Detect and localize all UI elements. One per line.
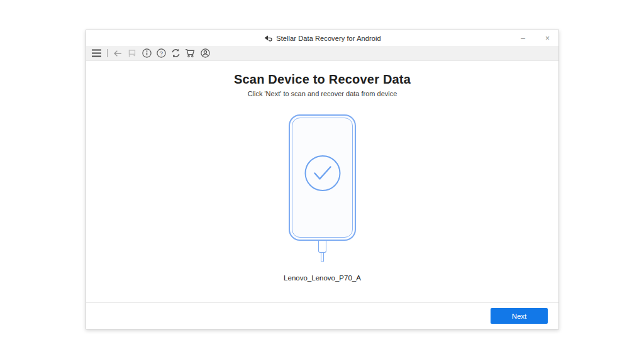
back-arrow-icon bbox=[113, 50, 122, 57]
account-icon bbox=[201, 48, 210, 58]
info-icon bbox=[142, 48, 152, 58]
account-button[interactable] bbox=[200, 48, 210, 59]
menu-button[interactable] bbox=[91, 48, 102, 59]
window-controls: – × bbox=[519, 30, 551, 46]
app-window: Stellar Data Recovery for Android – × bbox=[86, 30, 559, 329]
window-title: Stellar Data Recovery for Android bbox=[276, 35, 381, 42]
footer-bar: Next bbox=[86, 302, 558, 329]
cart-button[interactable] bbox=[185, 48, 196, 59]
help-button[interactable]: ? bbox=[156, 48, 166, 59]
refresh-icon bbox=[171, 48, 180, 58]
minimize-button[interactable]: – bbox=[519, 35, 526, 42]
stellar-logo-icon bbox=[264, 35, 273, 41]
device-illustration bbox=[289, 114, 356, 262]
next-button[interactable]: Next bbox=[491, 308, 548, 324]
hamburger-menu-icon bbox=[91, 49, 102, 57]
phone-graphic bbox=[289, 114, 356, 241]
flag-icon bbox=[128, 49, 136, 58]
help-icon: ? bbox=[157, 48, 166, 58]
close-button[interactable]: × bbox=[544, 35, 551, 42]
check-circle bbox=[304, 155, 340, 191]
usb-connector bbox=[318, 241, 326, 253]
flag-button[interactable] bbox=[127, 48, 137, 59]
device-name: Lenovo_Lenovo_P70_A bbox=[284, 274, 361, 282]
usb-cable bbox=[321, 253, 324, 262]
toolbar: ? bbox=[86, 46, 558, 61]
shopping-cart-icon bbox=[185, 48, 196, 58]
info-button[interactable] bbox=[142, 48, 152, 59]
title-group: Stellar Data Recovery for Android bbox=[264, 35, 381, 42]
title-bar: Stellar Data Recovery for Android – × bbox=[86, 30, 558, 46]
checkmark-icon bbox=[312, 165, 333, 182]
refresh-button[interactable] bbox=[170, 48, 180, 59]
page-subtitle: Click 'Next' to scan and recover data fr… bbox=[248, 90, 397, 97]
page-title: Scan Device to Recover Data bbox=[234, 72, 411, 87]
svg-text:?: ? bbox=[159, 50, 162, 57]
toolbar-separator bbox=[107, 49, 108, 57]
main-content: Scan Device to Recover Data Click 'Next'… bbox=[86, 61, 558, 302]
back-button[interactable] bbox=[113, 48, 123, 59]
